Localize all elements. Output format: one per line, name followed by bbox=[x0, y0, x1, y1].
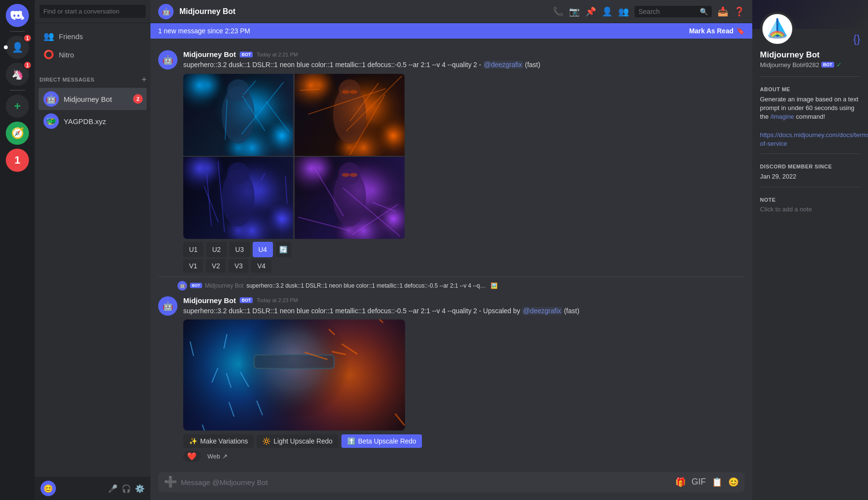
server-sidebar: 👤 1 🦄 1 + 🧭 1 bbox=[0, 0, 35, 500]
terms-link[interactable]: https://docs.midjourney.com/docs/terms-o… bbox=[760, 131, 868, 147]
deafen-icon[interactable]: 🎧 bbox=[122, 484, 131, 493]
heart-reaction[interactable]: ❤️ bbox=[183, 451, 201, 462]
upscale-icon: ⬆️ bbox=[347, 437, 355, 445]
header-icons: 📞 📷 📌 👤 👥 Search 🔍 📥 ❓ bbox=[553, 6, 745, 17]
external-link-icon: ↗ bbox=[222, 453, 228, 460]
explore-btn[interactable]: 🧭 bbox=[6, 122, 29, 145]
member-since-section: DISCORD MEMBER SINCE Jan 29, 2022 bbox=[752, 158, 868, 183]
new-message-banner: 1 new message since 2:23 PM Mark As Read… bbox=[150, 23, 752, 39]
make-variations-btn[interactable]: ✨ Make Variations bbox=[183, 434, 254, 448]
call-icon[interactable]: 📞 bbox=[553, 6, 563, 17]
msg-content-2: Midjourney Bot BOT Today at 2:23 PM supe… bbox=[183, 296, 745, 462]
grid-image-4 bbox=[295, 157, 405, 239]
gif-icon[interactable]: GIF bbox=[692, 477, 706, 487]
inbox-icon[interactable]: 📥 bbox=[718, 6, 728, 17]
v2-btn[interactable]: V2 bbox=[206, 259, 226, 273]
dm-footer: 😊 🎤 🎧 ⚙️ bbox=[35, 477, 150, 500]
u3-btn[interactable]: U3 bbox=[230, 242, 250, 257]
heart-emoji: ❤️ bbox=[187, 452, 197, 461]
server-separator-2 bbox=[10, 90, 25, 91]
mark-as-read-btn[interactable]: Mark As Read 🔖 bbox=[689, 27, 745, 35]
note-input[interactable]: Click to add a note bbox=[760, 206, 860, 213]
bot-avatar-1: 🤖 bbox=[158, 50, 177, 69]
search-bar[interactable]: Search 🔍 bbox=[635, 6, 712, 17]
panel-tag: Midjourney Bot#9282 BOT ✓ bbox=[760, 61, 860, 69]
msg-header-2: Midjourney Bot BOT Today at 2:23 PM bbox=[183, 296, 745, 305]
bookmark-icon: 🔖 bbox=[736, 27, 745, 35]
sticker-icon[interactable]: 📋 bbox=[712, 477, 722, 487]
midjourney-unread-badge: 2 bbox=[133, 94, 143, 104]
messages-area[interactable]: 🤖 Midjourney Bot BOT Today at 2:21 PM su… bbox=[150, 39, 752, 472]
members-icon[interactable]: 👥 bbox=[618, 6, 629, 17]
msg-text-1: superhero::3.2 dusk::1 DSLR::1 neon blue… bbox=[183, 60, 745, 70]
user-avatar-server[interactable]: 👤 1 bbox=[6, 36, 29, 59]
find-conversation-input[interactable] bbox=[40, 5, 146, 18]
mute-icon[interactable]: 🎤 bbox=[108, 484, 118, 493]
attach-btn[interactable]: ➕ bbox=[164, 472, 177, 492]
settings-icon[interactable]: ⚙️ bbox=[135, 484, 145, 493]
add-server-btn[interactable]: + bbox=[6, 95, 29, 118]
about-me-text: Generate an image based on a text prompt… bbox=[760, 95, 860, 122]
search-icon: 🔍 bbox=[700, 8, 708, 15]
beta-upscale-redo-btn[interactable]: ⬆️ Beta Upscale Redo bbox=[341, 434, 422, 448]
footer-icons: 🎤 🎧 ⚙️ bbox=[108, 484, 145, 493]
v1-btn[interactable]: V1 bbox=[183, 259, 203, 273]
nitro-icon: ⭕ bbox=[43, 49, 54, 60]
friends-icon: 👥 bbox=[43, 31, 54, 42]
right-panel: {} Midjourney Bot Midjourney Bot#9282 BO… bbox=[752, 0, 868, 500]
bot-avatar-2: 🤖 bbox=[158, 296, 177, 316]
video-icon[interactable]: 📷 bbox=[569, 6, 580, 17]
message-group-2: 🤖 BOT Midjourney Bot superhero::3.2 dusk… bbox=[150, 277, 752, 466]
v3-btn[interactable]: V3 bbox=[229, 259, 248, 273]
image-icon: 🖼️ bbox=[490, 282, 498, 289]
server-badge-3: 1 bbox=[23, 61, 32, 69]
bot-badge-1: BOT bbox=[240, 52, 253, 57]
panel-avatar-wrap: {} bbox=[752, 29, 868, 46]
discord-server-icon[interactable] bbox=[6, 4, 29, 27]
panel-info: Midjourney Bot Midjourney Bot#9282 BOT ✓ bbox=[752, 46, 868, 72]
bot-badge-2: BOT bbox=[240, 297, 253, 303]
msg-text-2: superhero::3.2 dusk::1 DSLR::1 neon blue… bbox=[183, 306, 745, 316]
panel-divider-3 bbox=[760, 187, 860, 187]
msg-content-1: Midjourney Bot BOT Today at 2:21 PM supe… bbox=[183, 50, 745, 273]
panel-divider-2 bbox=[760, 153, 860, 154]
u2-btn[interactable]: U2 bbox=[206, 242, 227, 257]
server-separator bbox=[10, 31, 25, 32]
add-member-icon[interactable]: 👤 bbox=[602, 6, 612, 17]
user-avatar-footer: 😊 bbox=[41, 481, 56, 496]
image-grid-2x2 bbox=[183, 74, 405, 239]
about-me-section: ABOUT ME Generate an image based on a te… bbox=[752, 81, 868, 150]
u4-btn[interactable]: U4 bbox=[253, 242, 273, 257]
panel-bot-avatar bbox=[760, 12, 795, 46]
unicorn-server-icon[interactable]: 🦄 1 bbox=[6, 63, 29, 86]
yagpdb-avatar: 🐲 bbox=[43, 113, 59, 129]
message-input[interactable] bbox=[181, 472, 671, 492]
friends-nav-item[interactable]: 👥 Friends bbox=[39, 27, 147, 45]
dm-item-yagpdb[interactable]: 🐲 YAGPDB.xyz bbox=[39, 110, 147, 132]
checkmark-icon: ✓ bbox=[836, 61, 842, 69]
dm-search-area bbox=[35, 0, 150, 23]
message-group-1: 🤖 Midjourney Bot BOT Today at 2:21 PM su… bbox=[150, 46, 752, 277]
gift-icon[interactable]: 🎁 bbox=[675, 477, 686, 487]
nitro-nav-item[interactable]: ⭕ Nitro bbox=[39, 45, 147, 64]
web-link-btn[interactable]: Web ↗ bbox=[203, 452, 231, 461]
notification-dot bbox=[4, 45, 8, 49]
refresh-btn[interactable]: 🔄 bbox=[276, 242, 291, 257]
u1-btn[interactable]: U1 bbox=[183, 242, 203, 257]
upscaled-image bbox=[183, 319, 405, 431]
channel-header: 🤖 Midjourney Bot 📞 📷 📌 👤 👥 Search 🔍 📥 ❓ bbox=[150, 0, 752, 23]
pin-icon[interactable]: 📌 bbox=[585, 6, 596, 17]
dm-navigation: 👥 Friends ⭕ Nitro bbox=[35, 23, 150, 68]
dm-item-midjourney[interactable]: 🤖 Midjourney Bot 2 bbox=[39, 88, 147, 110]
red-number-circle[interactable]: 1 bbox=[6, 149, 29, 172]
add-dm-btn[interactable]: + bbox=[141, 75, 147, 84]
input-icons: 🎁 GIF 📋 😊 bbox=[675, 477, 739, 487]
sparkle-icon: ✨ bbox=[189, 437, 197, 445]
code-badge[interactable]: {} bbox=[853, 33, 860, 45]
panel-bot-badge: BOT bbox=[821, 62, 834, 68]
variation-buttons: V1 V2 V3 V4 bbox=[183, 259, 745, 273]
emoji-icon[interactable]: 😊 bbox=[728, 477, 739, 487]
help-icon[interactable]: ❓ bbox=[734, 6, 745, 17]
v4-btn[interactable]: V4 bbox=[251, 259, 271, 273]
light-upscale-redo-btn[interactable]: 🔆 Light Upscale Redo bbox=[257, 434, 338, 448]
